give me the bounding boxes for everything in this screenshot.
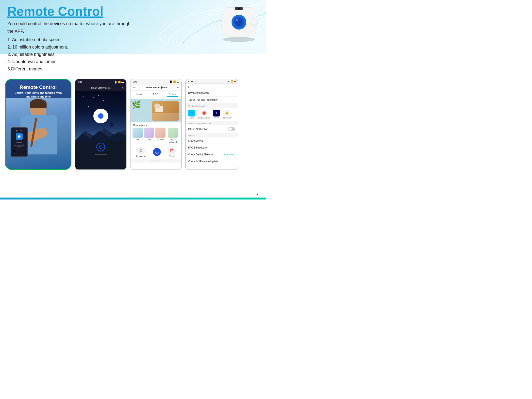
timer-button[interactable]: ⏰ Timer [168,147,176,157]
alexa-icon[interactable]: A Alexa [188,110,195,119]
mode-label-soft: Soft [136,139,139,141]
alexa-logo: A [188,110,195,116]
google-label: Google Assistant [198,117,211,119]
phone2-bottom [75,153,126,156]
svg-text:A: A [191,113,192,114]
device-lens [98,113,103,119]
phone2-status-bar: 9:41 ▐▌ 📶 ▬ [75,79,126,85]
phone2-time: 9:41 [78,81,82,83]
mode-label-colorful: Colorful [157,139,164,141]
mode-bright[interactable]: Bright-coloured [166,128,179,143]
others-section-label: Others [186,133,238,137]
mode-label-bright: Bright-coloured [166,139,179,143]
timer-icon: ⏰ [168,147,176,154]
small-phone: 3:34 PM Register Log in with existing ac… [11,127,28,157]
phone-modes-screen: 9:41 ▐▌ 📶 ▬ ← Smart Star Projector ✎ Las… [130,79,182,170]
phone-banner-inner: Remote Control Control your lights and f… [6,80,71,169]
battery-icon: ▬ [177,81,179,83]
mountains-svg [75,126,126,141]
home-icon [16,133,23,140]
firmware-update-item[interactable]: Check for Firmware Update › [186,158,238,165]
battery-icon: ▬ [121,81,124,83]
ifttt-icon[interactable]: if IFTTT [213,110,220,119]
tmall-icon[interactable]: 🐱 Tmall Genie [222,110,232,119]
power-button[interactable]: ⏻ [96,143,105,151]
phone3-countdown-row: ⏱ Countdown ⏻ ⏰ Timer [131,145,181,159]
chevron-right-icon: › [234,160,235,163]
phone2-nav: ← Smart Star Projector ✎ [75,85,126,91]
phone4-device-info[interactable]: Device Information › [186,90,238,97]
login-label: Log in with existing account [13,144,26,147]
nav-buttons: ☰ ⌂ ↩ [13,150,26,154]
modes-grid: Soft Flash Colorful Bright-coloured [131,128,181,143]
tab-rgb[interactable]: RGB [151,93,160,97]
offline-notification-item[interactable]: Offline Notification [186,125,238,133]
check-network-item[interactable]: Check Device Network Check Now > [186,151,238,158]
product-image [217,2,261,43]
offline-toggle[interactable] [228,127,235,131]
star-dot: · [114,116,114,118]
google-logo: 🔴 [200,110,207,116]
mode-thumb-soft [133,128,143,138]
check-now-link[interactable]: Check Now > [222,153,235,156]
flower [154,103,160,108]
edit-icon[interactable]: ✎ [122,87,124,89]
person-silhouette [111,122,113,127]
phone4-status-bar: 4G 11:11 4G 📶 ▬ [186,79,238,84]
device-info-label: Device Information [188,92,209,94]
star [118,99,119,99]
mode-soft[interactable]: Soft [133,128,143,143]
wifi-icon: 📶 [231,80,233,83]
phone3-edit-icon[interactable]: ✎ [177,86,179,89]
back-icon: ↩ [22,150,26,154]
subtitle-line2: the APP. [7,28,180,35]
device-in-sky [93,109,108,123]
night-sky: · · · [75,91,126,141]
star [83,96,83,97]
power-center-button[interactable]: ⏻ [153,148,161,156]
alexa-label: Alexa [189,117,194,119]
battery-icon: ▬ [234,80,236,83]
phone4-tap-to-run[interactable]: Tap-to-Run and Automation › [186,97,238,103]
back-arrow-icon[interactable]: ← [78,86,81,90]
star [93,97,94,98]
bottom-bar [0,198,266,200]
phone3-back-icon[interactable]: ← [133,86,136,89]
photo-overlay [152,113,179,121]
wifi-icon: 📶 [173,81,176,83]
svg-point-0 [223,37,255,42]
faq-feedback-item[interactable]: FAQ & Feedback › [186,144,238,151]
mode-flash[interactable]: Flash [144,128,154,143]
home-nav-icon: ⌂ [18,150,21,154]
feature-5: 5.Different modes. [7,66,259,73]
person-illustration: 3:34 PM Register Log in with existing ac… [6,98,71,169]
phone3-status-bar: 9:41 ▐▌ 📶 ▬ [131,79,181,84]
offline-notification-label: Offline Notification [188,128,208,131]
ifttt-label: IFTTT [214,117,219,119]
home-bar [95,154,107,155]
tab-laser[interactable]: Laser [134,93,144,97]
share-device-item[interactable]: Share Device › [186,137,238,144]
phone-night-screen: 9:41 ▐▌ 📶 ▬ ← Smart Star Projector ✎ [75,79,127,170]
svg-point-7 [238,8,240,10]
phone-banner: Remote Control Control your lights and f… [5,79,71,170]
phone3-tabs: Laser RGB Scene [131,91,181,99]
firmware-label: Check for Firmware Update [188,160,218,163]
google-icon[interactable]: 🔴 Google Assistant [198,110,211,119]
banner-text-area: Remote Control Control your lights and f… [6,84,71,99]
signal-4g: 4G [228,80,230,83]
tab-scene[interactable]: Scene [167,93,178,97]
countdown-button[interactable]: ⏱ Countdown [136,147,146,157]
phone3-time: 9:41 [133,81,137,83]
star [106,94,106,94]
star [98,95,99,96]
register-label: Register [17,141,22,143]
feature-4: 4. Countdown and Timer. [7,58,259,66]
chevron-right-icon: › [234,146,235,149]
faq-label: FAQ & Feedback [188,146,207,149]
leaf-decoration: 🌿 [132,100,141,109]
banner-subtitle-1: Control your lights and fixtures from [6,91,71,95]
menu-icon: ☰ [13,150,16,154]
phone4-back-button[interactable]: ‹ [186,84,238,90]
mode-colorful[interactable]: Colorful [155,128,166,143]
